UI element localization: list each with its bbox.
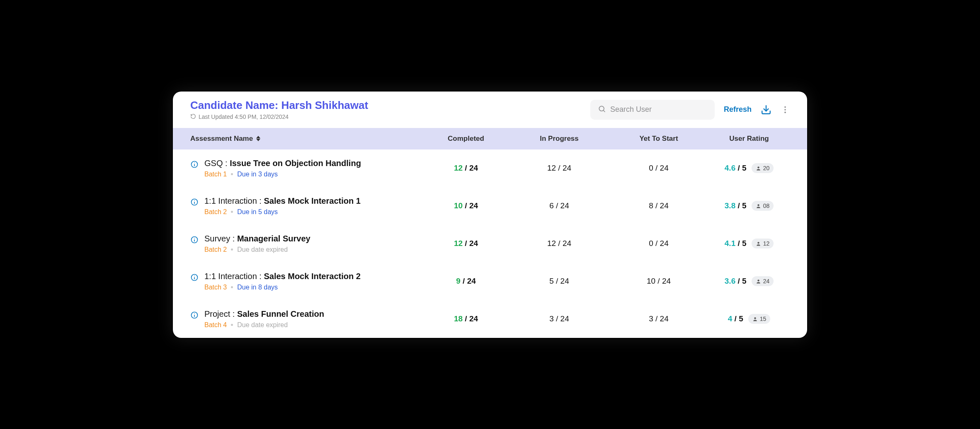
info-icon[interactable] xyxy=(190,198,199,208)
assessment-card: Candidate Name: Harsh Shikhawat Last Upd… xyxy=(173,92,807,338)
col-assessment-name[interactable]: Assessment Name xyxy=(190,135,422,143)
cell-completed: 9 / 24 xyxy=(422,277,509,286)
search-input[interactable] xyxy=(610,105,707,114)
user-icon xyxy=(756,203,761,209)
svg-point-18 xyxy=(194,238,195,239)
card-header: Candidate Name: Harsh Shikhawat Last Upd… xyxy=(173,92,807,128)
svg-point-23 xyxy=(757,280,759,281)
assessment-title: GSQ : Issue Tree on Objection Handling xyxy=(204,159,361,168)
completed-count: 12 xyxy=(454,239,463,248)
info-icon[interactable] xyxy=(190,273,199,283)
rating-max: / 5 xyxy=(735,239,746,248)
completed-count: 9 xyxy=(456,277,461,285)
title-bold: Sales Mock Interaction 1 xyxy=(264,196,360,205)
batch-label: Batch 2 xyxy=(204,246,227,253)
title-bold: Managerial Survey xyxy=(237,234,310,243)
rating-count: 20 xyxy=(763,165,770,171)
cell-name: Project : Sales Funnel Creation Batch 4 … xyxy=(190,309,422,329)
table-row[interactable]: GSQ : Issue Tree on Objection Handling B… xyxy=(173,149,807,187)
batch-label: Batch 3 xyxy=(204,284,227,291)
completed-count: 10 xyxy=(454,201,463,210)
rating-count-pill[interactable]: 08 xyxy=(752,201,774,211)
svg-point-11 xyxy=(757,166,759,168)
title-prefix: 1:1 Interaction : xyxy=(204,272,264,281)
cell-yet-to-start: 3 / 24 xyxy=(609,314,708,323)
rating-count: 08 xyxy=(763,202,770,209)
dot-separator xyxy=(231,211,233,213)
last-updated: Last Updated 4:50 PM, 12/02/2024 xyxy=(190,113,368,121)
rating-count-pill[interactable]: 15 xyxy=(748,314,771,324)
due-label: Due date expired xyxy=(237,321,288,329)
refresh-small-icon xyxy=(190,113,196,121)
cell-rating: 3.6 / 5 24 xyxy=(708,276,790,286)
completed-total: / 24 xyxy=(463,201,478,210)
svg-point-15 xyxy=(757,204,759,206)
search-icon xyxy=(598,105,606,115)
search-box[interactable] xyxy=(590,100,715,120)
rating-count-pill[interactable]: 24 xyxy=(752,276,774,286)
cell-name: 1:1 Interaction : Sales Mock Interaction… xyxy=(190,196,422,216)
name-block: Survey : Managerial Survey Batch 2 Due d… xyxy=(204,234,310,253)
table-row[interactable]: Project : Sales Funnel Creation Batch 4 … xyxy=(173,300,807,338)
cell-name: 1:1 Interaction : Sales Mock Interaction… xyxy=(190,272,422,291)
due-label: Due in 5 days xyxy=(237,208,278,216)
cell-rating: 4.1 / 5 12 xyxy=(708,239,790,248)
cell-yet-to-start: 0 / 24 xyxy=(609,164,708,173)
user-icon xyxy=(756,241,761,246)
download-button[interactable] xyxy=(761,104,771,115)
svg-marker-7 xyxy=(256,139,260,141)
assessment-title: 1:1 Interaction : Sales Mock Interaction… xyxy=(204,272,361,281)
info-icon[interactable] xyxy=(190,160,199,170)
rating-count-pill[interactable]: 12 xyxy=(752,239,774,248)
svg-point-26 xyxy=(194,313,195,314)
cell-completed: 12 / 24 xyxy=(422,164,509,173)
rating-max: / 5 xyxy=(732,314,743,323)
more-menu-button[interactable] xyxy=(781,105,790,114)
col-yet-to-start[interactable]: Yet To Start xyxy=(609,135,708,143)
candidate-name: Candidate Name: Harsh Shikhawat xyxy=(190,99,368,112)
col-completed[interactable]: Completed xyxy=(422,135,509,143)
cell-rating: 4.6 / 5 20 xyxy=(708,163,790,173)
title-prefix: Survey : xyxy=(204,234,237,243)
table-header-row: Assessment Name Completed In Progress Ye… xyxy=(173,128,807,149)
cell-in-progress: 6 / 24 xyxy=(509,201,609,210)
svg-point-10 xyxy=(194,162,195,163)
rating-count: 24 xyxy=(763,278,770,284)
sub-line: Batch 2 Due date expired xyxy=(204,246,310,253)
batch-label: Batch 2 xyxy=(204,208,227,216)
sort-icon xyxy=(256,136,260,141)
cell-yet-to-start: 10 / 24 xyxy=(609,277,708,286)
info-icon[interactable] xyxy=(190,311,199,321)
svg-marker-6 xyxy=(256,136,260,138)
sub-line: Batch 4 Due date expired xyxy=(204,321,324,329)
completed-total: / 24 xyxy=(461,277,476,285)
assessment-title: Project : Sales Funnel Creation xyxy=(204,309,324,319)
user-icon xyxy=(756,166,761,171)
sub-line: Batch 1 Due in 3 days xyxy=(204,171,361,178)
name-block: 1:1 Interaction : Sales Mock Interaction… xyxy=(204,272,361,291)
title-bold: Sales Mock Interaction 2 xyxy=(264,272,360,281)
col-in-progress[interactable]: In Progress xyxy=(509,135,609,143)
completed-total: / 24 xyxy=(463,314,478,323)
refresh-button[interactable]: Refresh xyxy=(724,105,752,114)
cell-in-progress: 12 / 24 xyxy=(509,164,609,173)
rating-max: / 5 xyxy=(735,201,746,210)
table-row[interactable]: Survey : Managerial Survey Batch 2 Due d… xyxy=(173,225,807,263)
cell-yet-to-start: 8 / 24 xyxy=(609,201,708,210)
col-name-label: Assessment Name xyxy=(190,135,253,143)
svg-point-5 xyxy=(784,111,786,113)
info-icon[interactable] xyxy=(190,236,199,246)
table-row[interactable]: 1:1 Interaction : Sales Mock Interaction… xyxy=(173,187,807,225)
rating-count-pill[interactable]: 20 xyxy=(752,163,774,173)
svg-point-0 xyxy=(599,106,604,111)
rating-value: 4.1 xyxy=(725,239,735,248)
table-row[interactable]: 1:1 Interaction : Sales Mock Interaction… xyxy=(173,263,807,300)
cell-in-progress: 3 / 24 xyxy=(509,314,609,323)
header-right: Refresh xyxy=(590,100,790,120)
col-user-rating[interactable]: User Rating xyxy=(708,135,790,143)
rating-max: / 5 xyxy=(735,277,746,285)
assessment-title: Survey : Managerial Survey xyxy=(204,234,310,243)
due-label: Due in 3 days xyxy=(237,171,278,178)
completed-count: 18 xyxy=(454,314,463,323)
rating-max: / 5 xyxy=(735,164,746,172)
